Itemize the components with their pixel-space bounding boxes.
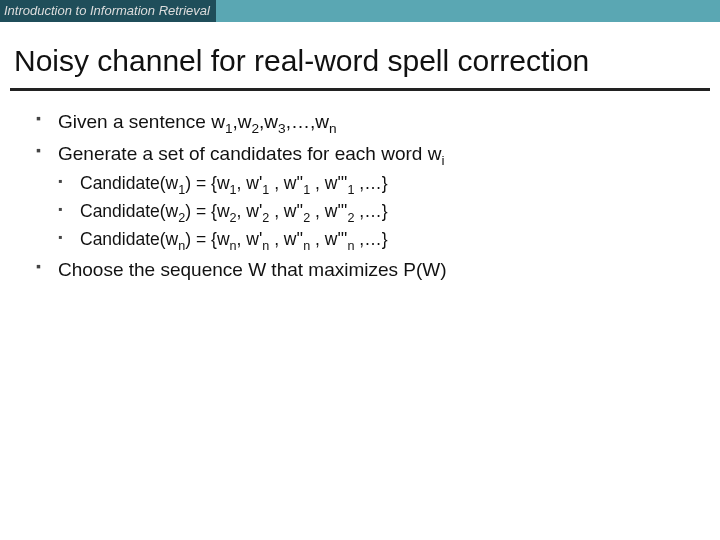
text: ,…} — [354, 173, 387, 193]
text: ,w — [232, 111, 251, 132]
text: ) = {w — [185, 201, 229, 221]
text: Generate a set of candidates for each wo… — [58, 143, 441, 164]
text: Candidate(w — [80, 229, 178, 249]
sub: n — [230, 238, 237, 252]
sub: 1 — [230, 183, 237, 197]
sub: n — [329, 121, 337, 136]
text: , w'' — [269, 173, 303, 193]
text: ,…,w — [286, 111, 329, 132]
text: , w'' — [269, 201, 303, 221]
sub-bullet-3: Candidate(wn) = {wn, w'n , w''n , w'''n … — [58, 228, 700, 252]
text: ) = {w — [185, 173, 229, 193]
text: , w''' — [310, 173, 347, 193]
bullet-2: Generate a set of candidates for each wo… — [36, 141, 700, 252]
text: Candidate(w — [80, 201, 178, 221]
sub: 2 — [230, 210, 237, 224]
sub: 3 — [278, 121, 286, 136]
text: Candidate(w — [80, 173, 178, 193]
title-underline — [10, 88, 710, 91]
text: , w' — [237, 229, 263, 249]
sub: i — [441, 152, 444, 167]
text: , w''' — [310, 201, 347, 221]
text: , w'' — [269, 229, 303, 249]
text: Given a sentence w — [58, 111, 225, 132]
bullet-list: Given a sentence w1,w2,w3,…,wn Generate … — [36, 109, 700, 283]
bullet-1: Given a sentence w1,w2,w3,…,wn — [36, 109, 700, 135]
text: , w''' — [310, 229, 347, 249]
sub-bullet-list: Candidate(w1) = {w1, w'1 , w''1 , w'''1 … — [58, 172, 700, 251]
sub-bullet-2: Candidate(w2) = {w2, w'2 , w''2 , w'''2 … — [58, 200, 700, 224]
course-title: Introduction to Information Retrieval — [0, 0, 326, 22]
text: ,…} — [354, 201, 387, 221]
text: , w' — [237, 201, 263, 221]
slide-title: Noisy channel for real-word spell correc… — [0, 22, 720, 88]
bullet-3: Choose the sequence W that maximizes P(W… — [36, 257, 700, 283]
text: Choose the sequence W that maximizes P(W… — [58, 259, 447, 280]
text: ) = {w — [185, 229, 229, 249]
text: ,…} — [354, 229, 387, 249]
text: , w' — [237, 173, 263, 193]
header-bar: Introduction to Information Retrieval — [0, 0, 720, 22]
sub-bullet-1: Candidate(w1) = {w1, w'1 , w''1 , w'''1 … — [58, 172, 700, 196]
content-area: Given a sentence w1,w2,w3,…,wn Generate … — [0, 109, 720, 283]
text: ,w — [259, 111, 278, 132]
header-accent — [326, 0, 720, 22]
sub: 2 — [251, 121, 259, 136]
